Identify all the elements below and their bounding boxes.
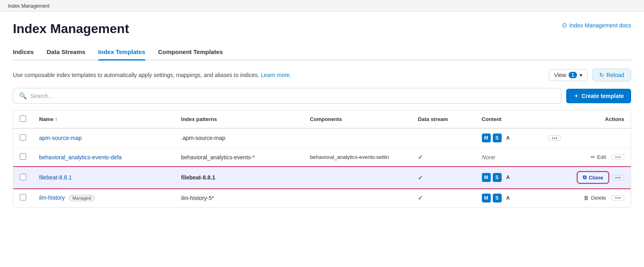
dot-3	[619, 156, 621, 158]
dot-2	[617, 177, 619, 178]
row-components: behavioral_analytics-events-settin	[304, 148, 412, 167]
table-row: ilm-history Managed ilm-history-5* ✓ M S…	[13, 188, 631, 208]
search-bar-row: 🔍 ＋ Create template	[13, 88, 631, 104]
dot-1	[552, 138, 553, 139]
badge-a: A	[504, 134, 513, 142]
row-data-stream	[411, 128, 475, 148]
row-components	[304, 188, 412, 208]
search-icon: 🔍	[19, 92, 27, 100]
badge-a: A	[504, 194, 513, 202]
row-checkbox	[13, 128, 33, 148]
row-2-actions-dots[interactable]	[612, 154, 624, 160]
row-content: None	[475, 148, 542, 167]
row-4-checkbox[interactable]	[20, 194, 26, 200]
search-box: 🔍	[13, 88, 561, 104]
search-input[interactable]	[30, 93, 555, 99]
description: Use composable index templates to automa…	[13, 71, 291, 79]
row-index-patterns: .apm-source-map	[175, 128, 304, 148]
create-template-button[interactable]: ＋ Create template	[566, 89, 631, 103]
row-name-cell: behavioral_analytics-events-defa	[33, 148, 175, 167]
badge-m: M	[482, 194, 491, 202]
clone-icon: ⧉	[583, 174, 586, 181]
row-4-actions-dots[interactable]	[612, 195, 624, 200]
row-name-cell: ilm-history Managed	[33, 188, 175, 208]
row-content: M S A	[475, 188, 542, 208]
view-badge: 1	[569, 72, 577, 78]
badge-s: S	[493, 194, 502, 202]
table-row: filebeat-8.8.1 filebeat-8.8.1 ✓ M S A	[13, 167, 631, 188]
dot-1	[615, 156, 617, 158]
delete-button[interactable]: 🗑 Delete	[581, 193, 609, 202]
toolbar: Use composable index templates to automa…	[13, 69, 631, 81]
clone-button[interactable]: ⧉ Clone	[577, 172, 609, 183]
templates-table: Name ↑ Index patterns Components Data st…	[13, 110, 631, 208]
template-name-link[interactable]: apm-source-map	[39, 135, 82, 141]
row-components	[304, 128, 412, 148]
table-row: behavioral_analytics-events-defa behavio…	[13, 148, 631, 167]
row-data-stream: ✓	[411, 167, 475, 188]
managed-badge: Managed	[69, 195, 95, 201]
header-index-patterns: Index patterns	[175, 111, 304, 128]
docs-link-label: Index Management docs	[569, 22, 631, 29]
row-content: M S A	[475, 128, 542, 148]
dot-1	[615, 177, 617, 178]
row-checkbox	[13, 188, 33, 208]
tab-index-templates[interactable]: Index Templates	[98, 44, 145, 60]
tab-indices[interactable]: Indices	[13, 44, 34, 60]
view-label: View	[554, 72, 566, 78]
tabs-bar: Indices Data Streams Index Templates Com…	[13, 44, 631, 60]
view-control[interactable]: View 1 ▾	[549, 69, 588, 81]
template-name-link[interactable]: behavioral_analytics-events-defa	[39, 154, 122, 161]
table-header-row: Name ↑ Index patterns Components Data st…	[13, 111, 631, 128]
row-1-actions-dots[interactable]	[548, 136, 561, 141]
table-row: apm-source-map .apm-source-map M S A	[13, 128, 631, 148]
delete-label: Delete	[591, 195, 606, 201]
reload-icon: ↻	[599, 72, 604, 78]
row-index-patterns: filebeat-8.8.1	[175, 167, 304, 188]
row-name-cell: filebeat-8.8.1	[33, 167, 175, 188]
row-1-checkbox[interactable]	[20, 134, 26, 141]
badge-s: S	[493, 134, 502, 142]
clone-label: Clone	[589, 175, 603, 181]
dot-3	[556, 138, 557, 139]
dot-2	[617, 197, 619, 198]
row-3-actions-dots[interactable]	[612, 175, 624, 180]
row-3-checkbox[interactable]	[20, 174, 26, 180]
template-name-link[interactable]: ilm-history	[39, 194, 65, 201]
toolbar-right: View 1 ▾ ↻ Reload	[549, 69, 631, 81]
header-content: Content	[475, 111, 542, 128]
badge-m: M	[482, 173, 491, 182]
edit-icon: ✏	[591, 154, 595, 160]
row-actions: 🗑 Delete	[542, 188, 631, 208]
edit-label: Edit	[597, 154, 606, 160]
template-name-link[interactable]: filebeat-8.8.1	[39, 174, 72, 181]
row-2-checkbox[interactable]	[20, 153, 26, 160]
header-data-stream: Data stream	[411, 111, 475, 128]
reload-label: Reload	[606, 72, 624, 78]
content-none: None	[482, 154, 495, 161]
badge-a: A	[504, 173, 513, 182]
breadcrumb-label: Index Management	[8, 3, 50, 9]
description-text: Use composable index templates to automa…	[13, 72, 259, 78]
row-index-patterns: ilm-history-5*	[175, 188, 304, 208]
dot-1	[615, 197, 617, 198]
tab-data-streams[interactable]: Data Streams	[47, 44, 85, 60]
data-stream-check: ✓	[418, 194, 423, 201]
page-header: Index Management ⊙ Index Management docs	[13, 21, 631, 36]
row-checkbox	[13, 148, 33, 167]
header-name[interactable]: Name ↑	[33, 111, 175, 128]
reload-button[interactable]: ↻ Reload	[592, 69, 631, 81]
row-actions: ✏ Edit	[542, 148, 631, 167]
create-template-label: Create template	[581, 93, 624, 99]
edit-button[interactable]: ✏ Edit	[588, 152, 609, 162]
tab-component-templates[interactable]: Component Templates	[158, 44, 223, 60]
docs-link[interactable]: ⊙ Index Management docs	[562, 21, 631, 29]
row-actions	[542, 128, 631, 148]
delete-icon: 🗑	[584, 195, 589, 201]
select-all-checkbox[interactable]	[20, 115, 26, 122]
header-checkbox	[13, 111, 33, 128]
header-actions: Actions	[542, 111, 631, 128]
data-stream-check: ✓	[418, 174, 423, 181]
learn-more-link[interactable]: Learn more.	[261, 72, 291, 78]
create-plus-icon: ＋	[573, 92, 579, 100]
